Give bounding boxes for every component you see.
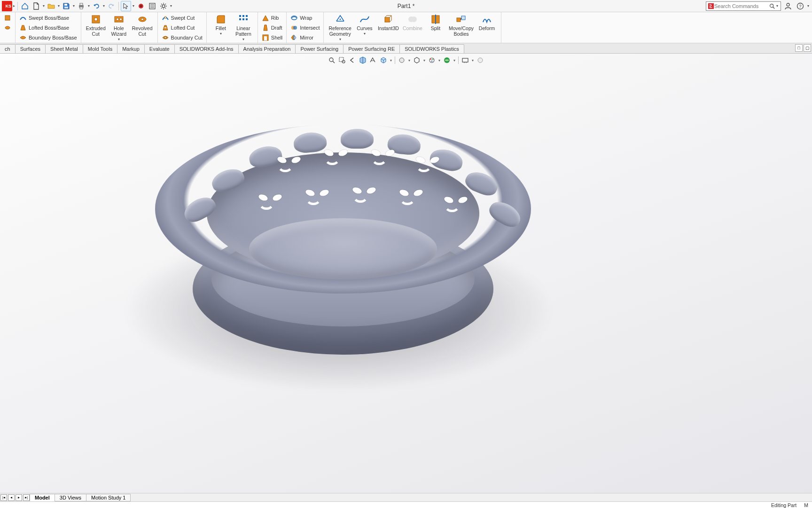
tab-analysis-preparation[interactable]: Analysis Preparation (238, 44, 296, 53)
redo-icon[interactable] (106, 1, 117, 11)
tab-markup[interactable]: Markup (117, 44, 145, 53)
zoom-to-fit-icon[interactable] (327, 56, 336, 65)
apply-scene-dropdown[interactable]: ▾ (453, 58, 456, 63)
viewport-expand-icon[interactable]: □ (795, 44, 803, 52)
revolved-cut-button[interactable]: Revolved Cut (130, 13, 155, 42)
svg-point-47 (293, 26, 297, 30)
select-cursor-icon[interactable] (121, 1, 131, 11)
linear-pattern-dropdown[interactable]: ▾ (234, 37, 253, 41)
save-icon[interactable] (61, 1, 71, 11)
help-icon[interactable]: ? (795, 1, 805, 11)
previous-view-icon[interactable] (348, 56, 357, 65)
print-dropdown[interactable]: ▾ (87, 4, 91, 8)
tab-nav-next-icon[interactable]: ▸ (16, 494, 22, 501)
swept-boss-button[interactable]: Swept Boss/Base (18, 13, 78, 23)
deform-button[interactable]: Deform (476, 13, 498, 42)
help-dropdown[interactable]: ▾ (806, 4, 810, 8)
shell-button[interactable]: Shell (261, 32, 283, 42)
search-commands-input[interactable] (714, 3, 769, 9)
mirror-button[interactable]: Mirror (289, 32, 320, 42)
svg-point-52 (411, 16, 417, 22)
hide-show-items-icon[interactable] (412, 56, 422, 65)
lofted-boss-button[interactable]: Lofted Boss/Base (18, 23, 78, 32)
select-dropdown[interactable]: ▾ (132, 4, 135, 8)
display-style-dropdown[interactable]: ▾ (407, 58, 411, 63)
move-copy-bodies-button[interactable]: Move/Copy Bodies (447, 13, 476, 42)
reference-geometry-button[interactable]: Reference Geometry ▾ (327, 13, 353, 42)
viewport-more-icon[interactable]: ▢ (804, 44, 811, 52)
tab-power-surfacing-re[interactable]: Power Surfacing RE (343, 44, 400, 53)
view-orientation-icon[interactable] (379, 56, 388, 65)
tab-surfaces[interactable]: Surfaces (15, 44, 46, 53)
basket-model[interactable] (155, 124, 531, 359)
draft-button[interactable]: Draft (261, 23, 283, 32)
boundary-boss-button[interactable]: Boundary Boss/Base (18, 32, 78, 42)
render-tools-icon[interactable] (476, 56, 485, 65)
split-button[interactable]: Split (424, 13, 447, 42)
edit-appearance-dropdown[interactable]: ▾ (437, 58, 441, 63)
fillet-button[interactable]: Fillet ▾ (210, 13, 232, 42)
view-settings-dropdown[interactable]: ▾ (471, 58, 475, 63)
tab-nav-last-icon[interactable]: ▸| (23, 494, 30, 501)
tab-evaluate[interactable]: Evaluate (144, 44, 175, 53)
tab-nav-prev-icon[interactable]: ◂ (8, 494, 15, 501)
boundary-cut-button[interactable]: Boundary Cut (161, 32, 203, 42)
rebuild-icon[interactable] (136, 1, 146, 11)
tab-model[interactable]: Model (30, 494, 55, 501)
section-view-icon[interactable] (358, 56, 367, 65)
view-settings-icon[interactable] (461, 56, 470, 65)
new-document-icon[interactable] (31, 1, 41, 11)
solidworks-logo[interactable]: KS (2, 1, 12, 11)
user-login-icon[interactable] (783, 1, 793, 11)
search-commands-box[interactable]: ▾ (706, 1, 781, 11)
new-dropdown[interactable]: ▾ (42, 4, 46, 8)
tab-solidworks-plastics[interactable]: SOLIDWORKS Plastics (399, 44, 464, 53)
hide-show-dropdown[interactable]: ▾ (422, 58, 426, 63)
hole-wizard-button[interactable]: Hole Wizard ▾ (108, 13, 130, 42)
dynamic-annotation-icon[interactable] (368, 56, 378, 65)
undo-icon[interactable] (91, 1, 102, 11)
search-dropdown[interactable]: ▾ (775, 4, 779, 8)
tab-power-surfacing[interactable]: Power Surfacing (295, 44, 344, 53)
search-icon[interactable] (769, 3, 775, 9)
logo-dropdown[interactable]: ▸ (12, 4, 16, 8)
rib-button[interactable]: Rib (261, 13, 283, 23)
hole-wizard-dropdown[interactable]: ▾ (109, 37, 128, 41)
save-dropdown[interactable]: ▾ (72, 4, 76, 8)
settings-gear-icon[interactable] (158, 1, 169, 11)
graphics-viewport[interactable]: ▾ ▾ ▾ ▾ ▾ ▾ (0, 54, 812, 494)
zoom-to-area-icon[interactable] (337, 56, 347, 65)
print-icon[interactable] (76, 1, 86, 11)
curves-dropdown[interactable]: ▾ (355, 31, 374, 36)
open-dropdown[interactable]: ▾ (57, 4, 61, 8)
linear-pattern-button[interactable]: Linear Pattern ▾ (232, 13, 255, 42)
revolved-boss-button[interactable] (3, 23, 12, 32)
wrap-button[interactable]: Wrap (289, 13, 320, 23)
extruded-cut-button[interactable]: Extruded Cut (84, 13, 108, 42)
curves-button[interactable]: Curves ▾ (353, 13, 376, 42)
tab-motion-study-1[interactable]: Motion Study 1 (86, 494, 131, 501)
instant3d-button[interactable]: Instant3D (376, 13, 401, 42)
view-orientation-dropdown[interactable]: ▾ (389, 58, 393, 63)
tab-sheet-metal[interactable]: Sheet Metal (45, 44, 83, 53)
tab-nav-first-icon[interactable]: |◂ (0, 494, 7, 501)
intersect-button[interactable]: Intersect (289, 23, 320, 32)
apply-scene-icon[interactable] (442, 56, 452, 65)
lofted-cut-button[interactable]: Lofted Cut (161, 23, 203, 32)
reference-geometry-dropdown[interactable]: ▾ (328, 37, 351, 41)
settings-dropdown[interactable]: ▾ (169, 4, 173, 8)
undo-dropdown[interactable]: ▾ (102, 4, 106, 8)
tab-solidworks-addins[interactable]: SOLIDWORKS Add-Ins (174, 44, 239, 53)
open-folder-icon[interactable] (46, 1, 56, 11)
extruded-boss-button[interactable] (3, 13, 12, 23)
swept-cut-button[interactable]: Swept Cut (161, 13, 203, 23)
file-properties-icon[interactable] (147, 1, 157, 11)
home-icon[interactable] (20, 1, 30, 11)
edit-appearance-icon[interactable] (427, 56, 437, 65)
tab-3d-views[interactable]: 3D Views (55, 494, 86, 501)
display-style-icon[interactable] (397, 56, 406, 65)
tab-mold-tools[interactable]: Mold Tools (83, 44, 117, 53)
tab-sketch[interactable]: ch (0, 44, 16, 53)
fillet-dropdown[interactable]: ▾ (211, 31, 230, 36)
svg-line-58 (333, 61, 335, 63)
